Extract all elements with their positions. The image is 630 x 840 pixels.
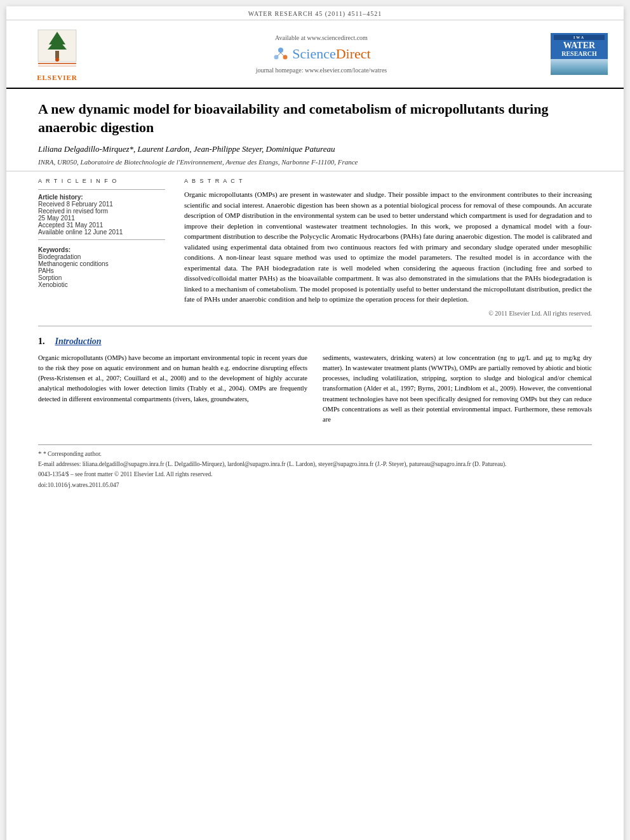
wr-waves-graphic [551, 59, 608, 75]
sciencedirect-text: ScienceDirect [292, 46, 370, 62]
iwa-label: IWA [554, 35, 605, 40]
corresponding-label: * Corresponding author. [43, 451, 102, 457]
article-info-header: A R T I C L E I N F O [38, 178, 165, 184]
corresponding-author: * * Corresponding author. [38, 449, 592, 458]
intro-col-1: Organic micropollutants (OMPs) have beco… [38, 353, 307, 425]
abstract-section: A B S T R A C T Organic micropollutants … [184, 178, 592, 317]
research-label: RESEARCH [554, 50, 605, 57]
svg-rect-1 [55, 51, 59, 58]
keyword-4: Sorption [38, 274, 165, 281]
article-title: A new dynamic model for bioavailability … [38, 100, 592, 137]
journal-homepage-text: journal homepage: www.elsevier.com/locat… [95, 67, 547, 74]
header-center: Available at www.sciencedirect.com Scien… [95, 34, 547, 74]
asterisk-icon: * [38, 450, 42, 457]
introduction-columns: Organic micropollutants (OMPs) have beco… [38, 353, 592, 425]
footnotes: * * Corresponding author. E-mail address… [38, 444, 592, 490]
email-addresses: E-mail addresses: liliana.delgadillo@sup… [38, 460, 592, 469]
issn-line: 0043-1354/$ – see front matter © 2011 El… [38, 470, 592, 479]
info-abstract-section: A R T I C L E I N F O Article history: R… [38, 178, 592, 326]
doi-line: doi:10.1016/j.watres.2011.05.047 [38, 481, 592, 490]
svg-point-4 [55, 58, 59, 62]
abstract-header: A B S T R A C T [184, 178, 592, 184]
article-body: A R T I C L E I N F O Article history: R… [6, 171, 624, 504]
section-number: 1. [38, 337, 45, 347]
keywords-label: Keywords: [38, 246, 165, 253]
received-date: Received 8 February 2011 [38, 201, 165, 208]
title-section: A new dynamic model for bioavailability … [6, 89, 624, 171]
keyword-1: Biodegradation [38, 253, 165, 260]
journal-citation: WATER RESEARCH 45 (2011) 4511–4521 [248, 10, 382, 17]
info-divider-1 [38, 189, 165, 190]
keyword-5: Xenobiotic [38, 281, 165, 288]
water-label: WATER [554, 41, 605, 50]
water-research-logo: IWA WATER RESEARCH [547, 33, 611, 75]
online-date: Available online 12 June 2011 [38, 229, 165, 236]
header-section: ELSEVIER Available at www.sciencedirect.… [6, 20, 624, 89]
wr-box: IWA WATER RESEARCH [551, 33, 608, 59]
authors: Liliana Delgadillo-Mirquez*, Laurent Lar… [38, 144, 592, 154]
section-heading: 1. Introduction [38, 337, 592, 347]
revised-label: Received in revised form [38, 208, 165, 215]
revised-date: 25 May 2011 [38, 215, 165, 222]
intro-col-2: sediments, wastewaters, drinking waters)… [323, 353, 592, 425]
keyword-3: PAHs [38, 267, 165, 274]
abstract-text: Organic micropollutants (OMPs) are prese… [184, 189, 592, 305]
introduction-section: 1. Introduction Organic micropollutants … [38, 337, 592, 425]
section-title: Introduction [55, 337, 102, 347]
info-divider-2 [38, 239, 165, 240]
copyright-text: © 2011 Elsevier Ltd. All rights reserved… [184, 310, 592, 317]
affiliation: INRA, UR050, Laboratoire de Biotechnolog… [38, 158, 592, 166]
sciencedirect-molecule-icon [272, 45, 290, 63]
elsevier-brand: ELSEVIER [37, 74, 77, 81]
elsevier-logo: ELSEVIER [19, 27, 95, 81]
accepted-date: Accepted 31 May 2011 [38, 222, 165, 229]
sciencedirect-logo: ScienceDirect [95, 45, 547, 63]
svg-line-11 [281, 53, 284, 56]
svg-line-10 [278, 53, 281, 56]
journal-bar: WATER RESEARCH 45 (2011) 4511–4521 [6, 6, 624, 20]
elsevier-tree-icon [35, 27, 79, 71]
page: WATER RESEARCH 45 (2011) 4511–4521 ELSEV… [6, 6, 624, 840]
available-at-text: Available at www.sciencedirect.com [95, 34, 547, 41]
article-info: A R T I C L E I N F O Article history: R… [38, 178, 165, 317]
keyword-2: Methanogenic conditions [38, 260, 165, 267]
history-label: Article history: [38, 194, 165, 201]
svg-point-7 [278, 48, 283, 53]
